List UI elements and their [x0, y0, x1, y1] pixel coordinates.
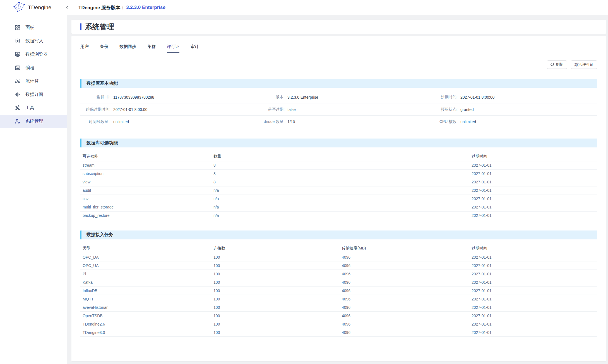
service-version-label: TDengine 服务版本： [78, 4, 125, 11]
table-row: InfluxDB10040962027-01-01 [80, 287, 597, 295]
sidebar-item-label: 编程 [25, 65, 34, 71]
sidebar-item-4[interactable]: 编程 [0, 61, 67, 74]
tab-1[interactable]: 用户 [80, 40, 89, 53]
sidebar-item-5[interactable]: 流计算 [0, 75, 67, 88]
table-cell: 2027-01-01 [469, 211, 597, 220]
programming-icon [14, 64, 21, 71]
page-title-card: 系统管理 [71, 20, 606, 34]
info-label: 集群 ID: [80, 95, 110, 100]
info-label: 过期时间: [424, 95, 458, 100]
info-cell: CPU 核数:unlimited [424, 119, 597, 124]
tools-icon [14, 105, 21, 111]
stream-icon [14, 78, 21, 85]
table-row: stream82027-01-01 [80, 161, 597, 169]
table-cell: 4096 [340, 278, 469, 287]
ingestion-tasks-table: 类型连接数传输速度(MB)过期时间OPC_DA10040962027-01-01… [80, 244, 597, 337]
refresh-button[interactable]: 刷新 [547, 60, 567, 69]
table-cell: 100 [211, 328, 340, 337]
sidebar-item-3[interactable]: 数据浏览器 [0, 48, 67, 61]
sidebar-item-8[interactable]: 系统管理 [0, 115, 67, 128]
sidebar-item-2[interactable]: 数据写入 [0, 35, 67, 47]
table-cell: 2027-01-01 [469, 203, 597, 211]
table-cell: 2027-01-01 [469, 161, 597, 169]
table-cell: 4096 [340, 328, 469, 337]
table-cell: 2027-01-01 [469, 253, 597, 261]
table-row: Pi10040962027-01-01 [80, 270, 597, 278]
info-cell: 版本:3.2.3.0 Enterprise [248, 95, 424, 100]
table-cell: 2027-01-01 [469, 295, 597, 303]
info-label: 是否过期: [248, 107, 285, 112]
sidebar-item-6[interactable]: 数据订阅 [0, 88, 67, 101]
sidebar-item-label: 数据订阅 [25, 92, 43, 98]
table-row: avevaHistorian10040962027-01-01 [80, 303, 597, 312]
tab-2[interactable]: 备份 [100, 40, 108, 53]
info-value: unlimited [113, 120, 129, 124]
table-cell: 100 [211, 295, 340, 303]
table-cell: 4096 [340, 295, 469, 303]
info-label: CPU 核数: [424, 119, 458, 124]
table-cell: n/a [211, 195, 469, 203]
page-title: 系统管理 [85, 22, 114, 32]
table-cell: OPC_UA [80, 261, 211, 270]
info-value: 1178730330983780288 [113, 95, 154, 100]
table-cell: 100 [211, 278, 340, 287]
tab-bar: 用户备份数据同步集群许可证审计 [80, 36, 597, 53]
content-card: 用户备份数据同步集群许可证审计 刷新 激活许可证 数据库基本功能 集群 ID:1… [71, 36, 606, 361]
chevron-left-icon [66, 5, 69, 10]
table-cell: audit [80, 186, 211, 195]
table-cell: 2027-01-01 [469, 287, 597, 295]
table-cell: 2027-01-01 [469, 195, 597, 203]
sidebar-collapse-button[interactable] [64, 0, 70, 15]
table-cell: InfluxDB [80, 287, 211, 295]
table-row: Kafka10040962027-01-01 [80, 278, 597, 287]
tab-5[interactable]: 许可证 [167, 40, 179, 53]
column-header: 过期时间 [469, 152, 597, 161]
info-label: dnode 数量: [248, 119, 285, 124]
optional-features-table: 可选功能数量过期时间stream82027-01-01subscription8… [80, 152, 597, 220]
table-row: OPC_UA10040962027-01-01 [80, 261, 597, 270]
table-cell: 100 [211, 261, 340, 270]
table-row: backup_restoren/a2027-01-01 [80, 211, 597, 220]
section-basic-header: 数据库基本功能 [80, 79, 597, 88]
table-cell: 4096 [340, 270, 469, 278]
section-ingestion-title: 数据接入任务 [86, 232, 113, 238]
column-header: 过期时间 [469, 244, 597, 253]
section-basic-title: 数据库基本功能 [86, 81, 118, 86]
table-row: MQTT10040962027-01-01 [80, 295, 597, 303]
column-header: 可选功能 [80, 152, 211, 161]
sidebar-item-7[interactable]: 工具 [0, 101, 67, 114]
top-header: TDengine TDengine 服务版本： 3.2.3.0 Enterpri… [0, 0, 608, 15]
table-cell: 2027-01-01 [469, 278, 597, 287]
refresh-button-label: 刷新 [556, 62, 564, 67]
table-cell: 2027-01-01 [469, 270, 597, 278]
table-cell: 2027-01-01 [469, 261, 597, 270]
table-cell: 2027-01-01 [469, 178, 597, 186]
info-value: 2027-01-01 8:00:00 [460, 95, 494, 100]
table-cell: 4096 [340, 287, 469, 295]
service-version-value-link[interactable]: 3.2.3.0 Enterprise [126, 5, 165, 10]
tab-3[interactable]: 数据同步 [119, 40, 136, 53]
tab-4[interactable]: 集群 [147, 40, 156, 53]
info-value: 1/10 [287, 120, 295, 124]
table-cell: 100 [211, 320, 340, 328]
info-label: 授权状态: [424, 107, 458, 112]
basic-info-grid: 集群 ID:1178730330983780288版本:3.2.3.0 Ente… [80, 91, 597, 128]
section-ingestion-tasks: 数据接入任务 类型连接数传输速度(MB)过期时间OPC_DA1004096202… [80, 230, 597, 337]
column-header: 类型 [80, 244, 211, 253]
info-cell: 授权状态:granted [424, 107, 597, 112]
table-cell: MQTT [80, 295, 211, 303]
column-header: 传输速度(MB) [340, 244, 469, 253]
toolbar: 刷新 激活许可证 [80, 60, 597, 69]
table-cell: view [80, 178, 211, 186]
tab-6[interactable]: 审计 [191, 40, 199, 53]
table-row: auditn/a2027-01-01 [80, 186, 597, 195]
info-cell: 集群 ID:1178730330983780288 [80, 95, 248, 100]
system-admin-icon [14, 118, 21, 125]
column-header: 连接数 [211, 244, 340, 253]
info-cell: dnode 数量:1/10 [248, 119, 424, 124]
sidebar-item-1[interactable]: 面板 [0, 21, 67, 34]
logo-text: TDengine [28, 4, 51, 11]
table-cell: 2027-01-01 [469, 328, 597, 337]
table-cell: n/a [211, 203, 469, 211]
activate-license-button[interactable]: 激活许可证 [571, 60, 597, 69]
